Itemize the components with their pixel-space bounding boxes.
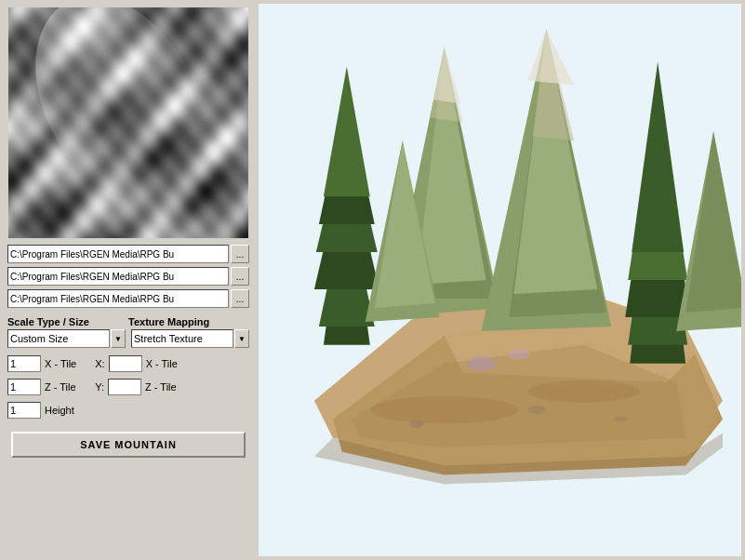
heightmap-display [8, 7, 248, 238]
browse-button-1[interactable]: ... [231, 245, 249, 263]
x-tile2-label: X - Tile [146, 358, 178, 369]
scale-type-label: Scale Type / Size [7, 316, 128, 327]
file-input-3[interactable] [7, 289, 229, 308]
y-tile-input[interactable] [108, 379, 141, 395]
svg-point-30 [409, 420, 424, 428]
file-row-2: ... [7, 266, 249, 287]
file-row-3: ... [7, 288, 249, 309]
x-tile-label: X - Tile [45, 358, 76, 369]
fields-area: X - Tile Z - Tile Height X: X - Tile Y: … [7, 353, 249, 420]
file-row-1: ... [7, 244, 249, 264]
y-tile-row: Y: Z - Tile [95, 377, 178, 397]
terrain-svg [259, 4, 741, 556]
svg-point-28 [370, 396, 519, 424]
fields-left: X - Tile Z - Tile Height [7, 353, 76, 420]
x-prefix-label: X: [95, 358, 104, 369]
browse-button-2[interactable]: ... [231, 267, 249, 286]
y-prefix-label: Y: [95, 381, 104, 393]
file-input-2[interactable] [7, 267, 229, 286]
texture-mapping-label: Texture Mapping [128, 316, 209, 327]
texture-mapping-dropdown-wrap: Stretch Texture Tile Texture ▼ [131, 329, 249, 348]
svg-point-29 [527, 380, 639, 403]
scale-type-arrow[interactable]: ▼ [111, 329, 126, 348]
file-input-1[interactable] [7, 245, 229, 263]
z-tile2-label: Z - Tile [145, 381, 177, 393]
scale-type-select[interactable]: Custom Size Fixed Size [7, 329, 110, 348]
svg-point-31 [527, 406, 546, 415]
fields-right: X: X - Tile Y: Z - Tile [95, 353, 178, 420]
x-tile2-row: X: X - Tile [95, 353, 178, 374]
z-tile-input[interactable] [7, 379, 41, 395]
svg-point-35 [468, 356, 496, 371]
dropdowns-row: Custom Size Fixed Size ▼ Stretch Texture… [7, 329, 249, 348]
scale-type-dropdown-wrap: Custom Size Fixed Size ▼ [7, 329, 126, 348]
render-area [259, 4, 741, 556]
texture-mapping-select[interactable]: Stretch Texture Tile Texture [131, 329, 233, 348]
z-tile-row: Z - Tile [7, 377, 76, 397]
heightmap-canvas [8, 7, 248, 238]
x-tile-input[interactable] [7, 355, 41, 372]
save-mountain-button[interactable]: SAVE MOUNTAIN [11, 432, 246, 458]
height-row: Height [7, 400, 76, 420]
x-tile2-input[interactable] [109, 355, 142, 372]
panel-divider [253, 4, 257, 556]
height-input[interactable] [7, 402, 41, 419]
z-tile-label: Z - Tile [45, 381, 76, 393]
left-panel: ... ... ... Scale Type / Size Texture Ma… [4, 4, 253, 556]
svg-point-32 [614, 417, 627, 422]
section-labels: Scale Type / Size Texture Mapping [7, 316, 249, 327]
browse-button-3[interactable]: ... [231, 289, 249, 308]
x-tile-row: X - Tile [7, 353, 76, 374]
height-label: Height [45, 405, 74, 416]
svg-point-36 [507, 349, 529, 360]
texture-mapping-arrow[interactable]: ▼ [234, 329, 249, 348]
